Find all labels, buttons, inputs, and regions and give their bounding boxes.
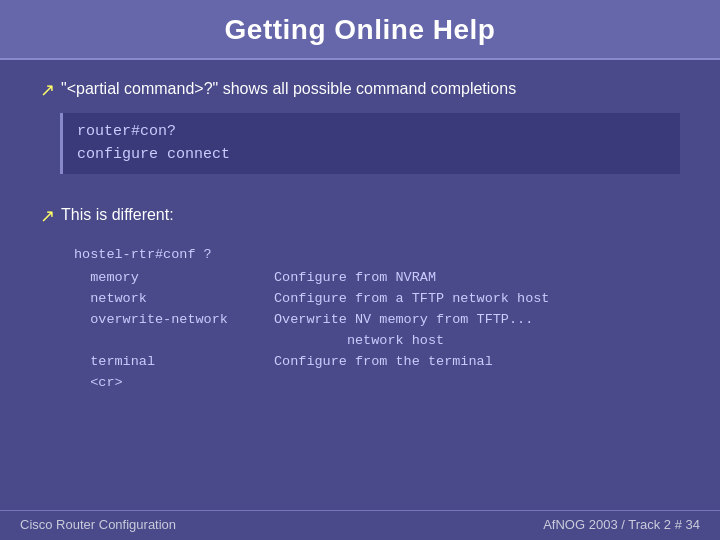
- footer: Cisco Router Configuration AfNOG 2003 / …: [0, 510, 720, 540]
- code-table-header: hostel-rtr#conf ?: [74, 245, 666, 266]
- code-col-right: Configure from the terminal: [274, 352, 493, 373]
- table-row: terminal Configure from the terminal: [74, 352, 666, 373]
- slide: Getting Online Help ↗ "<partial command>…: [0, 0, 720, 540]
- code-col-left: overwrite-network: [74, 310, 274, 331]
- gap: [40, 186, 680, 192]
- bullet-arrow-1: ↗: [40, 79, 55, 101]
- bullet-text-2: This is different:: [61, 204, 174, 226]
- code-line-2: configure connect: [77, 144, 666, 167]
- code-col-right: Overwrite NV memory from TFTP...: [274, 310, 533, 331]
- code-col-left: [74, 331, 274, 352]
- code-col-left: network: [74, 289, 274, 310]
- footer-left: Cisco Router Configuration: [20, 517, 176, 532]
- bullet-2: ↗ This is different:: [40, 204, 680, 227]
- code-rows: memory Configure from NVRAM network Conf…: [74, 268, 666, 394]
- table-row: <cr>: [74, 373, 666, 394]
- table-row: overwrite-networkOverwrite NV memory fro…: [74, 310, 666, 331]
- code-col-left: <cr>: [74, 373, 274, 394]
- bullet-text-1: "<partial command>?" shows all possible …: [61, 78, 516, 100]
- code-line-1: router#con?: [77, 121, 666, 144]
- title-bar: Getting Online Help: [0, 0, 720, 60]
- table-row: network Configure from a TFTP network ho…: [74, 289, 666, 310]
- table-row: memory Configure from NVRAM: [74, 268, 666, 289]
- footer-right: AfNOG 2003 / Track 2 # 34: [543, 517, 700, 532]
- code-col-left: memory: [74, 268, 274, 289]
- code-table: hostel-rtr#conf ? memory Configure from …: [60, 239, 680, 399]
- code-col-right: Configure from NVRAM: [274, 268, 436, 289]
- code-col-right: Configure from a TFTP network host: [274, 289, 549, 310]
- code-col-right: network host: [274, 331, 444, 352]
- bullet-arrow-2: ↗: [40, 205, 55, 227]
- code-block-1: router#con? configure connect: [60, 113, 680, 174]
- slide-title: Getting Online Help: [225, 14, 496, 45]
- slide-content: ↗ "<partial command>?" shows all possibl…: [0, 60, 720, 510]
- table-row: network host: [74, 331, 666, 352]
- bullet-1: ↗ "<partial command>?" shows all possibl…: [40, 78, 680, 101]
- code-col-left: terminal: [74, 352, 274, 373]
